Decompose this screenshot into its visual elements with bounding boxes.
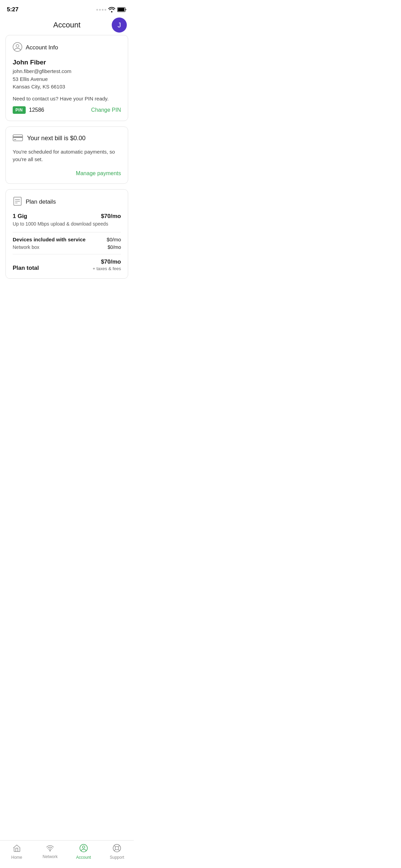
- main-content: Account Info John Fiber john.fiber@gfibe…: [0, 35, 134, 318]
- status-bar: 5:27: [0, 0, 134, 17]
- account-info-header: Account Info: [13, 42, 121, 53]
- divider-1: [13, 232, 121, 232]
- manage-payments-button[interactable]: Manage payments: [13, 170, 121, 177]
- page-header: Account J: [0, 17, 134, 35]
- svg-rect-6: [14, 139, 16, 140]
- plan-total-label: Plan total: [13, 265, 39, 272]
- bill-title: Your next bill is $0.00: [27, 135, 85, 142]
- account-name: John Fiber: [13, 59, 121, 66]
- plan-icon: [13, 196, 22, 207]
- plan-main-row: 1 Gig $70/mo: [13, 213, 121, 220]
- plan-total-price-block: $70/mo + taxes & fees: [93, 258, 121, 272]
- wifi-icon: [108, 7, 115, 12]
- plan-total-row: Plan total $70/mo + taxes & fees: [13, 258, 121, 272]
- page-title: Account: [53, 21, 81, 29]
- pin-row: PIN 12586 Change PIN: [13, 106, 121, 114]
- status-icons: [96, 7, 127, 12]
- account-address2: Kansas City, KS 66103: [13, 83, 121, 91]
- billing-card: Your next bill is $0.00 You're scheduled…: [5, 126, 128, 184]
- plan-details-card: Plan details 1 Gig $70/mo Up to 1000 Mbp…: [5, 189, 128, 279]
- account-email: john.fiber@gfibertest.com: [13, 68, 121, 75]
- plan-total-price: $70/mo: [93, 258, 121, 265]
- network-box-row: Network box $0/mo: [13, 244, 121, 250]
- status-time: 5:27: [7, 6, 19, 13]
- pin-number: 12586: [29, 107, 45, 113]
- plan-description: Up to 1000 Mbps upload & download speeds: [13, 221, 121, 227]
- account-icon: [13, 42, 22, 53]
- svg-point-3: [16, 45, 19, 47]
- contact-note: Need to contact us? Have your PIN ready.: [13, 96, 121, 101]
- battery-icon: [117, 7, 127, 12]
- devices-row: Devices included with service $0/mo: [13, 237, 121, 242]
- network-box-label: Network box: [13, 244, 39, 250]
- credit-card-icon: [13, 134, 23, 143]
- signal-dots-icon: [96, 9, 106, 11]
- devices-label: Devices included with service: [13, 237, 86, 242]
- pin-badge: PIN: [13, 106, 26, 114]
- plan-price: $70/mo: [101, 213, 121, 220]
- network-box-price: $0/mo: [108, 244, 121, 250]
- account-address1: 53 Ellis Avenue: [13, 75, 121, 83]
- divider-2: [13, 254, 121, 254]
- plan-details-title: Plan details: [26, 198, 56, 205]
- bill-description: You're scheduled for automatic payments,…: [13, 148, 121, 164]
- plan-total-fees: + taxes & fees: [93, 266, 121, 271]
- avatar[interactable]: J: [112, 17, 127, 33]
- plan-details-header: Plan details: [13, 196, 121, 207]
- svg-rect-5: [13, 136, 23, 138]
- plan-name: 1 Gig: [13, 213, 27, 220]
- account-info-card: Account Info John Fiber john.fiber@gfibe…: [5, 35, 128, 121]
- pin-left: PIN 12586: [13, 106, 44, 114]
- account-info-title: Account Info: [26, 44, 58, 51]
- change-pin-button[interactable]: Change PIN: [91, 107, 121, 113]
- devices-price: $0/mo: [107, 237, 121, 242]
- svg-rect-1: [118, 8, 124, 11]
- bill-header: Your next bill is $0.00: [13, 134, 121, 143]
